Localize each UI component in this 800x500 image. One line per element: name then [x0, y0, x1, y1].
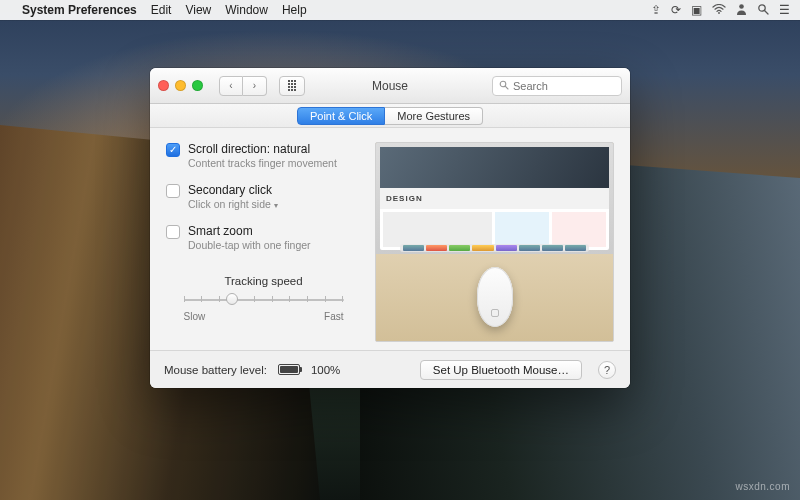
option-secondary-click: Secondary click Click on right side▾ — [166, 183, 361, 210]
smart-zoom-sub: Double-tap with one finger — [188, 239, 311, 251]
menubar-item-window[interactable]: Window — [225, 3, 268, 17]
secondary-click-label: Secondary click — [188, 183, 278, 197]
secondary-click-sub[interactable]: Click on right side▾ — [188, 198, 278, 210]
search-input[interactable] — [513, 80, 630, 92]
forward-button[interactable]: › — [243, 76, 267, 96]
gesture-preview: DESIGN — [375, 142, 614, 342]
option-smart-zoom: Smart zoom Double-tap with one finger — [166, 224, 361, 251]
svg-point-1 — [739, 4, 744, 9]
menubar-item-view[interactable]: View — [185, 3, 211, 17]
preview-site-heading: DESIGN — [380, 188, 609, 209]
smart-zoom-checkbox[interactable] — [166, 225, 180, 239]
tracking-slow-label: Slow — [184, 311, 206, 322]
watermark: wsxdn.com — [735, 481, 790, 492]
mouse-icon — [477, 267, 513, 327]
battery-icon — [278, 364, 300, 375]
tab-bar: Point & Click More Gestures — [150, 104, 630, 128]
window-title: Mouse — [372, 79, 408, 93]
window-footer: Mouse battery level: 100% Set Up Bluetoo… — [150, 350, 630, 388]
menubar-item-edit[interactable]: Edit — [151, 3, 172, 17]
battery-level-label: Mouse battery level: — [164, 364, 267, 376]
preview-dock — [400, 244, 590, 252]
user-icon[interactable] — [736, 3, 747, 18]
tracking-speed-slider[interactable] — [184, 291, 344, 309]
window-titlebar: ‹ › Mouse — [150, 68, 630, 104]
setup-bluetooth-mouse-button[interactable]: Set Up Bluetooth Mouse… — [420, 360, 582, 380]
tab-point-and-click[interactable]: Point & Click — [297, 107, 385, 125]
minimize-window-button[interactable] — [175, 80, 186, 91]
battery-level-value: 100% — [311, 364, 340, 376]
tracking-speed-label: Tracking speed — [166, 275, 361, 287]
search-field[interactable] — [492, 76, 622, 96]
tracking-fast-label: Fast — [324, 311, 343, 322]
sync-icon[interactable]: ⟳ — [671, 3, 681, 17]
smart-zoom-label: Smart zoom — [188, 224, 311, 238]
chevron-down-icon: ▾ — [274, 201, 278, 210]
menubar: System Preferences Edit View Window Help… — [0, 0, 800, 20]
mouse-preferences-window: ‹ › Mouse Point & Click More Gestures Sc… — [150, 68, 630, 388]
search-icon — [499, 80, 509, 92]
tracking-speed-group: Tracking speed Slow Fast — [166, 275, 361, 322]
scroll-direction-sub: Content tracks finger movement — [188, 157, 337, 169]
secondary-click-checkbox[interactable] — [166, 184, 180, 198]
close-window-button[interactable] — [158, 80, 169, 91]
tracking-speed-knob[interactable] — [226, 293, 238, 305]
wifi-icon[interactable] — [712, 3, 726, 17]
dropbox-icon[interactable]: ⇪ — [651, 3, 661, 17]
svg-line-3 — [765, 10, 769, 14]
svg-line-5 — [505, 86, 508, 89]
help-button[interactable]: ? — [598, 361, 616, 379]
zoom-window-button[interactable] — [192, 80, 203, 91]
scroll-direction-label: Scroll direction: natural — [188, 142, 337, 156]
menubar-app-name[interactable]: System Preferences — [22, 3, 137, 17]
notification-center-icon[interactable]: ☰ — [779, 3, 790, 17]
menubar-item-help[interactable]: Help — [282, 3, 307, 17]
scroll-direction-checkbox[interactable] — [166, 143, 180, 157]
show-all-button[interactable] — [279, 76, 305, 96]
tab-more-gestures[interactable]: More Gestures — [385, 107, 483, 125]
display-icon[interactable]: ▣ — [691, 3, 702, 17]
svg-point-0 — [718, 12, 720, 14]
spotlight-icon[interactable] — [757, 3, 769, 18]
option-scroll-direction: Scroll direction: natural Content tracks… — [166, 142, 361, 169]
back-button[interactable]: ‹ — [219, 76, 243, 96]
